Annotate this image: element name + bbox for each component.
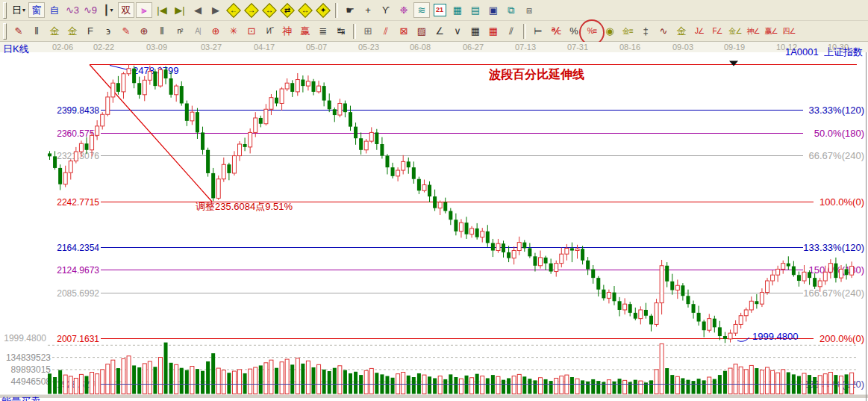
a-line-icon[interactable]: A| [190,23,206,39]
grid-red-icon[interactable]: ▦ [485,23,502,39]
plain-hatch-icon[interactable]: ⫴ [154,23,170,39]
ruler-123-icon[interactable]: ≣ [315,23,331,39]
candlestick-up [74,152,78,161]
price-level-label-right: 33.33%(120) [809,105,864,116]
n-squared-icon[interactable]: n² [172,23,188,39]
grid-circle-icon[interactable]: ⊡ [243,23,260,39]
volume-bar-up [708,377,711,394]
fan-lines-icon[interactable]: ⫽ [378,23,394,39]
gold-angle-icon[interactable]: 金∠ [727,23,743,39]
gann-square-icon[interactable]: ▨ [413,23,430,39]
f-angle-icon[interactable]: F∠ [709,23,725,39]
diamond-right-icon[interactable]: → [243,2,260,18]
candlestick-up [760,293,764,305]
angle-line-icon[interactable]: ∠ [431,23,448,39]
color-chart-icon[interactable]: ⫸ [136,2,152,18]
volume-bar-up [459,379,463,394]
gold-lines-icon[interactable]: 金≡ [619,23,636,39]
percent-icon[interactable]: % [566,23,582,39]
price-level-label-left: 2007.1631 [57,334,99,344]
wave-measure-icon[interactable]: ∿ [655,23,672,39]
candlestick-up [175,86,178,95]
calendar-21-icon[interactable]: 21 [431,2,448,18]
candlestick-down [713,319,716,328]
wave-3-icon[interactable]: ∿3 [64,2,81,18]
j-angle-icon[interactable]: J∠ [691,23,708,39]
calculator-icon[interactable]: ▦ [449,2,466,18]
multi-window-icon[interactable]: 窗 [28,2,45,18]
prev-bar-icon[interactable]: ◀ [190,2,206,18]
candlestick-up [79,143,83,152]
last-page-icon[interactable]: ▶| [172,2,188,18]
candlestick-down [612,293,616,302]
candlestick-down [544,258,548,264]
pen-lines-icon[interactable]: ‡ [637,23,654,39]
gann-box-icon[interactable]: ⊠ [396,23,412,39]
flag-mark-icon[interactable]: Ƴ [378,2,394,18]
candle-type-button[interactable]: ┃▾ [100,2,116,18]
candlestick-down [665,266,669,282]
percent-extension-icon[interactable]: %≡ [584,23,600,39]
diamond-expand-icon[interactable]: ↔ [261,2,278,18]
target-icon[interactable]: ⊕ [207,23,224,39]
percent-retrace-icon[interactable]: ℀ [548,23,564,39]
volume-bar-up [739,367,743,394]
gold-hatch2-icon[interactable]: 金 [64,23,81,39]
kline-chart-surface[interactable]: 44946508898930151348395232399.843833.33%… [0,0,868,401]
export-icon[interactable]: ⧈ [521,2,537,18]
volume-bar-up [306,361,310,394]
shen-icon[interactable]: 神 [279,23,296,39]
ying-icon[interactable]: 赢 [297,23,313,39]
volume-bar-down [507,378,511,394]
zigzag-icon[interactable]: ∨ [449,23,466,39]
volume-bar-up [850,373,854,394]
volume-bar-down [417,373,421,394]
spiral-hatch-icon[interactable]: ϶ [100,23,116,39]
next-bar-icon[interactable]: ▶ [207,2,224,18]
si-angle-icon[interactable]: 四∠ [781,23,797,39]
report-icon[interactable]: ▤ [467,2,484,18]
candlestick-up [280,89,284,103]
circle-hatch-icon[interactable]: ⊕ [136,23,152,39]
first-page-icon[interactable]: |◀ [154,2,170,18]
gold-hatch-icon[interactable]: 金 [46,23,63,39]
price-ruler-icon[interactable]: ⊨ [530,23,546,39]
save-icon[interactable]: ▣ [485,2,502,18]
h-span-icon[interactable]: ↹ [333,23,349,39]
candlestick-down [290,83,294,92]
wave-9-icon[interactable]: ∿9 [82,2,99,18]
min-price-label: 1999.4800 [4,333,46,344]
gold-underline-icon[interactable]: 金 [673,23,690,39]
ying-angle-icon[interactable]: 赢∠ [763,23,779,39]
shuang-toggle-icon[interactable]: 双 [118,2,134,18]
candlestick-down [602,290,605,299]
period-day-button[interactable]: 日▾ [10,2,27,18]
diamond-zoom-out-icon[interactable]: ✦ [315,2,331,18]
grid-icon[interactable]: ▦ [467,23,484,39]
bottom-pane-tab[interactable]: 能量买卖 [1,395,40,401]
teal-wave-icon[interactable]: ≋ [413,2,430,18]
shen-angle-icon[interactable]: 神∠ [745,23,761,39]
hatch-lines-icon[interactable]: ⫴ [28,23,45,39]
brush-icon[interactable]: ✎ [10,23,27,39]
diamond-compress-icon[interactable]: ⇄ [279,2,296,18]
pencil-hatch-icon[interactable]: ✎ [118,23,134,39]
diamond-left-icon[interactable]: ← [225,2,242,18]
f-hatch-icon[interactable]: F [82,23,99,39]
volume-bar-up [781,370,785,394]
candlestick-down [502,243,505,252]
gold-circle-icon[interactable]: ◉ [602,23,618,39]
volume-bar-up [249,369,252,394]
copy-sheet-icon[interactable]: ⧉ [503,2,519,18]
hand-tool-icon[interactable]: ☛ [342,2,358,18]
purple-net-icon[interactable]: ❉ [396,2,412,18]
info-panel-icon[interactable]: 自 [46,2,63,18]
candlestick-down [465,223,469,234]
diamond-zoom-in-icon[interactable]: ↔ [297,2,313,18]
slash-lines-icon[interactable]: ⫽ [503,23,519,39]
candlestick-up [222,164,225,178]
crosshair-tool-icon[interactable]: + [360,2,376,18]
star-burst-icon[interactable]: ✳ [225,23,242,39]
n-quote-icon[interactable]: И˝ [261,23,278,39]
rect-tool-icon[interactable]: ⊞ [360,23,376,39]
